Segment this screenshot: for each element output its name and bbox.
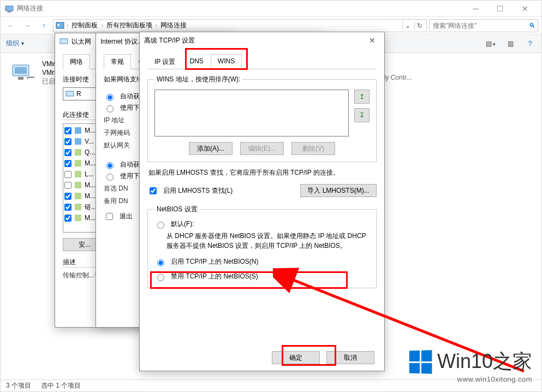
app-icon — [5, 4, 14, 13]
status-count: 3 个项目 — [6, 381, 31, 390]
close-button[interactable]: ✕ — [513, 1, 537, 16]
netbios-enable-radio[interactable] — [157, 259, 164, 266]
svg-rect-17 — [75, 215, 81, 221]
nic-icon — [59, 37, 68, 46]
dialog-title: 高级 TCP/IP 设置 — [144, 36, 365, 45]
close-button[interactable]: ✕ — [365, 36, 380, 45]
svg-rect-15 — [75, 193, 81, 199]
move-down-button[interactable]: ↧ — [354, 108, 370, 122]
help-button[interactable]: ? — [524, 40, 536, 47]
nic-icon — [65, 90, 74, 98]
breadcrumb-item[interactable]: 控制面板 — [70, 21, 99, 30]
organize-menu[interactable]: 组织▼ — [6, 39, 25, 48]
status-selected: 选中 1 个项目 — [41, 381, 81, 390]
window-title: 网络连接 — [17, 4, 463, 13]
svg-rect-0 — [5, 6, 13, 11]
dialog-titlebar: 高级 TCP/IP 设置 ✕ — [140, 32, 384, 49]
forward-button[interactable]: → — [20, 19, 34, 33]
watermark-name: Win10之家 — [437, 348, 532, 375]
adapter-name: R — [76, 90, 81, 98]
ok-button[interactable]: 确定 — [272, 351, 320, 364]
svg-rect-8 — [66, 91, 74, 96]
edit-button[interactable]: 编辑(E)... — [240, 142, 284, 155]
chevron-icon: › — [101, 22, 103, 28]
tab-strip: IP 设置 DNS WINS — [147, 54, 377, 69]
lmhosts-description: 如果启用 LMHOSTS 查找，它将应用于所有启用 TCP/IP 的连接。 — [148, 168, 376, 177]
breadcrumb-item[interactable]: 所有控制面板项 — [105, 21, 153, 30]
svg-rect-6 — [18, 77, 23, 80]
tab-network[interactable]: 网络 — [63, 54, 90, 69]
validate-on-exit-checkbox[interactable] — [106, 213, 113, 220]
search-box[interactable]: 🔍︎ — [429, 19, 538, 32]
svg-rect-16 — [75, 204, 81, 210]
refresh-button[interactable]: ↻ — [414, 22, 424, 29]
up-button[interactable]: ↑ — [37, 19, 51, 33]
cancel-button[interactable]: 取消 — [326, 351, 374, 364]
chevron-icon: › — [156, 22, 157, 28]
use-dns-radio[interactable] — [106, 174, 114, 181]
advanced-tcpip-dialog: 高级 TCP/IP 设置 ✕ IP 设置 DNS WINS WINS 地址，按使… — [139, 32, 385, 371]
titlebar: 网络连接 ─ ☐ ✕ — [1, 1, 541, 17]
use-ip-radio[interactable] — [106, 105, 114, 112]
import-lmhosts-button[interactable]: 导入 LMHOSTS(M)... — [300, 184, 377, 197]
netbios-disable-radio[interactable] — [157, 274, 164, 281]
netbios-group: NetBIOS 设置 默认(F): 从 DHCP 服务器使用 NetBIOS 设… — [147, 205, 377, 288]
enable-lmhosts-label[interactable]: 启用 LMHOSTS 查找(L) — [147, 186, 233, 196]
search-icon: 🔍︎ — [529, 22, 535, 29]
netbios-default-description: 从 DHCP 服务器使用 NetBIOS 设置。如果使用静态 IP 地址或 DH… — [166, 231, 370, 251]
netbios-default-radio[interactable] — [157, 222, 164, 229]
control-panel-icon — [56, 21, 64, 30]
wins-addresses-group: WINS 地址，按使用排序(W): ↥ ↧ 添加(A)... 编辑(E)... … — [147, 75, 377, 162]
add-button[interactable]: 添加(A)... — [189, 142, 233, 155]
netbios-group-label: NetBIOS 设置 — [154, 205, 200, 214]
svg-rect-1 — [8, 11, 11, 13]
wins-address-list[interactable] — [154, 90, 349, 136]
netbios-disable-label[interactable]: 禁用 TCP/IP 上的 NetBIOS(S) — [154, 272, 370, 281]
svg-rect-5 — [15, 67, 27, 74]
netbios-default-label[interactable]: 默认(F): — [154, 219, 370, 229]
maximize-button[interactable]: ☐ — [488, 1, 513, 16]
watermark-url: www.win10xitong.com — [457, 375, 532, 383]
preview-pane-button[interactable]: ▥ — [504, 40, 516, 47]
breadcrumb-dropdown[interactable]: ⌄ — [402, 22, 412, 29]
breadcrumb[interactable]: › 控制面板 › 所有控制面板项 › 网络连接 ⌄ ↻ — [53, 19, 427, 32]
breadcrumb-item[interactable]: 网络连接 — [159, 21, 188, 30]
tab-wins[interactable]: WINS — [211, 54, 242, 69]
wins-group-label: WINS 地址，按使用排序(W): — [154, 75, 242, 84]
search-input[interactable] — [432, 21, 529, 30]
remove-button[interactable]: 删除(V) — [291, 142, 335, 155]
view-menu-button[interactable]: ▤▾ — [485, 40, 497, 47]
svg-rect-14 — [75, 182, 81, 188]
chevron-icon: › — [67, 22, 68, 28]
move-up-button[interactable]: ↥ — [354, 90, 370, 104]
netbios-enable-label[interactable]: 启用 TCP/IP 上的 NetBIOS(N) — [154, 257, 370, 266]
windows-logo-icon — [409, 350, 432, 373]
back-button[interactable]: ← — [4, 19, 18, 33]
enable-lmhosts-checkbox[interactable] — [150, 187, 157, 194]
tab-ip-settings[interactable]: IP 设置 — [147, 54, 182, 69]
minimize-button[interactable]: ─ — [463, 1, 488, 16]
svg-point-3 — [57, 24, 59, 26]
nic-icon — [10, 62, 37, 84]
auto-ip-radio[interactable] — [106, 94, 114, 101]
svg-rect-9 — [75, 127, 81, 134]
watermark: Win10之家 www.win10xitong.com — [409, 348, 532, 383]
auto-dns-radio[interactable] — [106, 162, 114, 169]
svg-rect-11 — [75, 149, 81, 156]
svg-rect-7 — [60, 39, 68, 44]
nic-description: ily Contr... — [383, 74, 412, 81]
svg-rect-12 — [75, 160, 81, 167]
tab-general[interactable]: 常规 — [104, 54, 131, 69]
svg-rect-10 — [75, 138, 81, 145]
tab-dns[interactable]: DNS — [182, 54, 210, 69]
svg-rect-13 — [75, 171, 81, 177]
